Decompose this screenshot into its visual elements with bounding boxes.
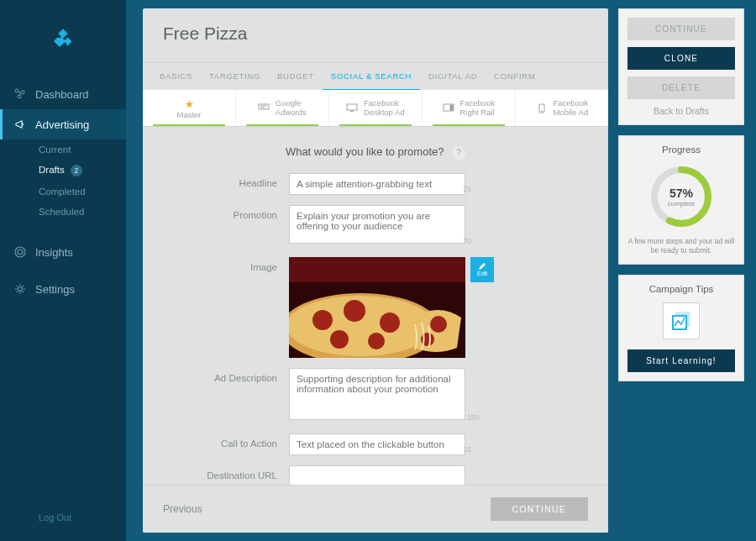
nav-settings[interactable]: Settings [0, 274, 126, 304]
subnav-drafts[interactable]: Drafts 2 [0, 160, 126, 181]
progress-title: Progress [627, 144, 735, 155]
tips-icon [663, 302, 700, 339]
tab-l2: Right Rail [459, 108, 495, 117]
nav-label: Insights [35, 246, 73, 259]
nav-dashboard[interactable]: Dashboard [0, 79, 126, 109]
tab-l2: Desktop Ad [364, 108, 405, 117]
tips-title: Campaign Tips [627, 284, 735, 294]
form-prompt: What would you like to promote? ? [163, 145, 588, 160]
svg-rect-14 [347, 104, 357, 110]
subnav-label: Drafts [39, 165, 65, 175]
tab-fb-rightrail[interactable]: Facebook Right Rail [423, 90, 516, 126]
drafts-badge: 2 [71, 165, 82, 176]
dashboard-icon [13, 87, 27, 101]
promotion-label: Promotion [163, 205, 289, 220]
ad-image-preview [289, 257, 465, 358]
help-icon[interactable]: ? [452, 146, 465, 160]
promotion-input[interactable] [289, 205, 465, 244]
step-targeting[interactable]: TARGETING [201, 63, 269, 90]
step-confirm[interactable]: CONFIRM [486, 63, 543, 90]
svg-point-27 [330, 330, 349, 349]
platform-tabs: ★ Master Google Adwords Facebook Desktop… [143, 90, 608, 127]
pizza-image [289, 257, 465, 358]
svg-rect-3 [58, 35, 60, 38]
pencil-icon [478, 262, 486, 270]
cta-input[interactable] [289, 433, 465, 455]
progress-pct-label: complete [668, 200, 695, 207]
tab-fb-desktop[interactable]: Facebook Desktop Ad [329, 90, 423, 126]
nav-label: Dashboard [35, 88, 89, 101]
svg-rect-20 [289, 257, 465, 282]
clone-button[interactable]: CLONE [627, 47, 735, 70]
tab-l1: Google [276, 98, 307, 108]
step-social-search[interactable]: SOCIAL & SEARCH [323, 63, 420, 90]
subnav-scheduled[interactable]: Scheduled [0, 202, 126, 222]
mobile-icon [536, 103, 548, 112]
cta-label: Call to Action [163, 433, 289, 449]
svg-point-28 [368, 333, 385, 349]
insights-icon [13, 245, 27, 259]
step-basics[interactable]: BASICS [151, 63, 201, 90]
image-label: Image [163, 257, 289, 272]
page-title: Free Pizza [143, 8, 608, 44]
step-budget[interactable]: BUDGET [269, 63, 323, 90]
tab-l2: Mobile Ad [553, 108, 588, 117]
url-input[interactable] [289, 465, 465, 487]
step-digital-ad[interactable]: DIGITAL AD [420, 63, 486, 90]
main-panel: Free Pizza BASICS TARGETING BUDGET SOCIA… [143, 8, 608, 533]
desc-label: Ad Description [163, 368, 289, 383]
promotion-counter: 70 [463, 237, 470, 245]
back-to-drafts-link[interactable]: Back to Drafts [627, 106, 735, 116]
nav-label: Settings [35, 283, 75, 296]
start-learning-button[interactable]: Start Learning! [627, 349, 735, 372]
actions-panel: CONTINUE CLONE DELETE Back to Drafts [618, 8, 744, 125]
cta-counter: 15 [463, 445, 470, 454]
sidebar: Dashboard Advertising Current Drafts 2 C… [0, 0, 126, 541]
desktop-icon [346, 103, 358, 112]
delete-button[interactable]: DELETE [627, 76, 735, 99]
logout-link[interactable]: Log Out [39, 512, 71, 523]
nav-advertising[interactable]: Advertising [0, 109, 126, 139]
svg-point-29 [430, 316, 447, 333]
tab-l1: Facebook [459, 98, 495, 108]
svg-point-5 [15, 89, 18, 92]
svg-point-8 [15, 247, 25, 257]
tab-fb-mobile[interactable]: Facebook Mobile Ad [516, 90, 608, 126]
progress-ring: 57% complete [648, 163, 715, 230]
desc-input[interactable] [289, 368, 465, 420]
previous-button[interactable]: Previous [163, 503, 202, 515]
desc-counter: 150 [467, 413, 479, 422]
svg-rect-4 [64, 43, 66, 45]
svg-point-10 [18, 287, 23, 292]
svg-point-9 [18, 249, 23, 255]
svg-rect-11 [259, 104, 269, 109]
tab-label: Master [146, 110, 232, 119]
nav-insights[interactable]: Insights [0, 237, 126, 267]
step-tabs: BASICS TARGETING BUDGET SOCIAL & SEARCH … [143, 62, 608, 90]
tab-master[interactable]: ★ Master [143, 90, 236, 126]
progress-panel: Progress 57% complete A few more steps a… [618, 135, 744, 265]
subnav-current[interactable]: Current [0, 139, 126, 160]
tab-l2: Adwords [276, 108, 307, 117]
form-footer: Previous CONTINUE [143, 485, 608, 533]
image-edit-button[interactable]: Edit [470, 257, 494, 282]
tab-google-adwords[interactable]: Google Adwords [236, 90, 329, 126]
right-column: CONTINUE CLONE DELETE Back to Drafts Pro… [618, 8, 744, 381]
svg-point-6 [21, 91, 24, 94]
star-icon: ★ [185, 98, 194, 110]
progress-note: A few more steps and your ad will be rea… [627, 237, 735, 255]
nav-label: Advertising [35, 118, 89, 131]
advertising-icon [13, 118, 27, 131]
svg-point-19 [541, 111, 542, 112]
subnav-completed[interactable]: Completed [0, 181, 126, 202]
tips-panel: Campaign Tips Start Learning! [618, 275, 744, 381]
svg-point-24 [312, 310, 333, 330]
headline-label: Headline [163, 173, 289, 188]
continue-button[interactable]: CONTINUE [491, 497, 588, 521]
settings-icon [13, 282, 27, 296]
continue-action-button[interactable]: CONTINUE [627, 18, 735, 40]
svg-point-26 [380, 313, 400, 333]
tab-l1: Facebook [553, 98, 588, 108]
brand-logo [44, 20, 82, 59]
headline-input[interactable] [289, 173, 465, 195]
